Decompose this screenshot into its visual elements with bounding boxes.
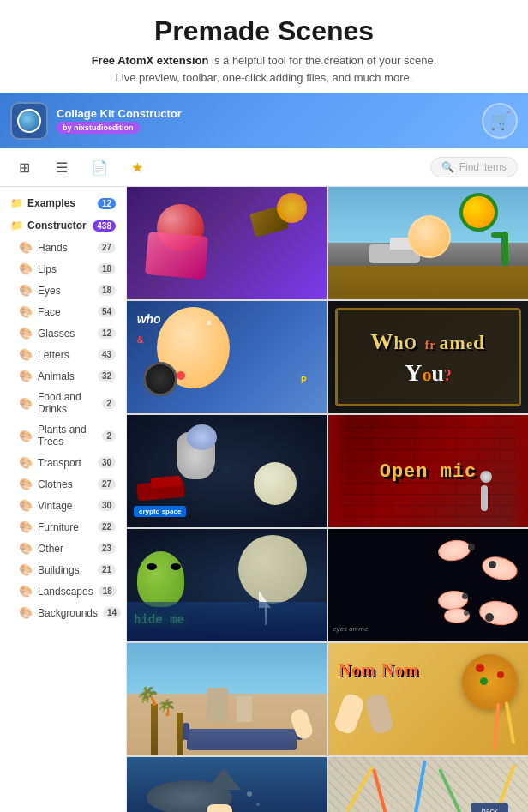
sidebar-item-count: 32 xyxy=(98,370,116,382)
scene-card[interactable]: eyes on me xyxy=(328,529,528,641)
sidebar-item-count: 18 xyxy=(98,285,116,296)
sidebar-constructor[interactable]: 📁 Constructor 438 xyxy=(0,214,126,237)
sidebar-item-count: 54 xyxy=(98,306,116,317)
item-icon: 🎨 xyxy=(19,563,33,576)
sidebar-item-label: Clothes xyxy=(38,478,93,490)
cart-button[interactable]: 🛒 xyxy=(482,103,518,139)
sidebar-item-letters[interactable]: 🎨 Letters 43 xyxy=(0,344,126,365)
item-icon: 🎨 xyxy=(19,327,33,340)
item-icon: 🎨 xyxy=(19,305,33,318)
item-icon: 🎨 xyxy=(19,606,33,619)
sidebar-item-label: Eyes xyxy=(38,285,93,297)
scene-card[interactable]: Nom Nom xyxy=(328,643,528,755)
sidebar-item-count: 30 xyxy=(98,500,116,511)
sidebar-item-count: 22 xyxy=(98,521,116,532)
sidebar-item-transport[interactable]: 🎨 Transport 30 xyxy=(0,452,126,473)
item-icon: 🎨 xyxy=(19,284,33,297)
banner-badge: by nixstudioedition xyxy=(57,122,140,134)
sidebar-item-lips[interactable]: 🎨 Lips 18 xyxy=(0,258,126,280)
sidebar-items-container: 🎨 Hands 27 🎨 Lips 18 🎨 Eyes 18 🎨 Face 54… xyxy=(0,237,126,623)
scene-card[interactable] xyxy=(328,187,528,299)
sidebar-item-label: Vintage xyxy=(38,500,93,512)
sidebar-item-eyes[interactable]: 🎨 Eyes 18 xyxy=(0,280,126,301)
sidebar-item-face[interactable]: 🎨 Face 54 xyxy=(0,301,126,322)
scene-visual xyxy=(127,187,327,299)
folder-icon: 📁 xyxy=(10,197,23,209)
sidebar-examples[interactable]: 📁 Examples 12 xyxy=(0,192,126,214)
scene-card[interactable]: SHARK powerful xyxy=(127,757,327,812)
sidebar-item-other[interactable]: 🎨 Other 23 xyxy=(0,538,126,559)
sidebar-item-label: Plants and Trees xyxy=(38,424,97,448)
scene-card[interactable] xyxy=(127,187,327,299)
toolbar: ⊞ ☰ 📄 ★ 🔍 Find items xyxy=(0,148,528,187)
scene-card[interactable]: WhO framed You? xyxy=(328,301,528,413)
scene-visual: who & P a xyxy=(127,301,327,413)
scene-card[interactable]: back to School xyxy=(328,757,528,812)
star-icon[interactable]: ★ xyxy=(123,153,151,181)
sidebar-item-glasses[interactable]: 🎨 Glasses 12 xyxy=(0,322,126,344)
sidebar-item-count: 12 xyxy=(98,328,116,339)
sidebar-item-food-and-drinks[interactable]: 🎨 Food and Drinks 2 xyxy=(0,387,126,419)
scene-visual: Nom Nom xyxy=(328,643,528,755)
page-subtitle: Free AtomX extension is a helpful tool f… xyxy=(17,52,511,86)
item-icon: 🎨 xyxy=(19,348,33,361)
item-icon: 🎨 xyxy=(19,262,33,275)
examples-count: 12 xyxy=(98,198,116,209)
search-box[interactable]: 🔍 Find items xyxy=(430,157,518,177)
sidebar-item-landscapes[interactable]: 🎨 Landscapes 18 xyxy=(0,580,126,602)
sidebar-item-label: Other xyxy=(38,543,93,555)
scene-visual: hide me xyxy=(127,529,327,641)
banner-logo xyxy=(10,102,48,140)
sidebar-item-label: Animals xyxy=(38,370,93,382)
item-icon: 🎨 xyxy=(19,520,33,533)
sidebar-item-count: 18 xyxy=(98,263,116,274)
sidebar-item-label: Face xyxy=(38,306,93,318)
scene-visual: WhO framed You? xyxy=(328,301,528,413)
banner-app-name: Collage Kit Constructor xyxy=(57,107,182,120)
sidebar-item-label: Letters xyxy=(38,349,93,361)
scene-card[interactable]: 🌴 🌴 xyxy=(127,643,327,755)
subtitle-text: is a helpful tool for the creation of yo… xyxy=(208,54,436,67)
sidebar-item-label: Hands xyxy=(38,242,93,254)
scene-visual: 🌴 🌴 xyxy=(127,643,327,755)
filter-icon[interactable]: ⊞ xyxy=(10,153,38,181)
search-icon: 🔍 xyxy=(441,161,454,173)
content-area: who & P a WhO framed xyxy=(127,187,528,812)
item-icon: 🎨 xyxy=(19,430,33,442)
subtitle-line2: Live preview, toolbar, one-click adding … xyxy=(116,71,413,84)
file-icon[interactable]: 📄 xyxy=(86,153,113,181)
sidebar-item-label: Backgrounds xyxy=(38,607,98,619)
sidebar-item-buildings[interactable]: 🎨 Buildings 21 xyxy=(0,559,126,580)
sidebar-item-label: Transport xyxy=(38,457,93,469)
sidebar-item-clothes[interactable]: 🎨 Clothes 27 xyxy=(0,473,126,495)
sidebar-item-animals[interactable]: 🎨 Animals 32 xyxy=(0,365,126,387)
sidebar-item-label: Landscapes xyxy=(38,586,93,598)
scene-visual: eyes on me xyxy=(328,529,528,641)
list-icon[interactable]: ☰ xyxy=(48,153,75,181)
item-icon: 🎨 xyxy=(19,241,33,254)
constructor-count: 438 xyxy=(93,220,116,232)
item-icon: 🎨 xyxy=(19,585,33,598)
sidebar-item-count: 21 xyxy=(98,564,116,575)
subtitle-strong: Free AtomX extension xyxy=(92,54,209,67)
scene-card[interactable]: crypto space xyxy=(127,415,327,527)
search-placeholder: Find items xyxy=(459,161,507,173)
sidebar-item-count: 2 xyxy=(102,430,116,442)
sidebar-item-label: Furniture xyxy=(38,521,93,533)
scene-card[interactable]: hide me xyxy=(127,529,327,641)
sidebar-item-count: 27 xyxy=(98,478,116,490)
sidebar-item-plants-and-trees[interactable]: 🎨 Plants and Trees 2 xyxy=(0,419,126,452)
sidebar-item-hands[interactable]: 🎨 Hands 27 xyxy=(0,237,126,258)
folder-icon-2: 📁 xyxy=(10,220,23,232)
scene-card[interactable]: who & P a xyxy=(127,301,327,413)
sidebar-item-backgrounds[interactable]: 🎨 Backgrounds 14 xyxy=(0,602,126,623)
app-banner: Collage Kit Constructor by nixstudioedit… xyxy=(0,93,528,148)
sidebar-item-vintage[interactable]: 🎨 Vintage 30 xyxy=(0,495,126,516)
sidebar-item-count: 18 xyxy=(99,586,117,597)
sidebar-item-label: Lips xyxy=(38,263,93,275)
page-header: Premade Scenes Free AtomX extension is a… xyxy=(0,0,528,93)
scene-card[interactable]: Open mic xyxy=(328,415,528,527)
sidebar-item-furniture[interactable]: 🎨 Furniture 22 xyxy=(0,516,126,538)
item-icon: 🎨 xyxy=(19,370,33,382)
examples-label: Examples xyxy=(27,197,75,209)
